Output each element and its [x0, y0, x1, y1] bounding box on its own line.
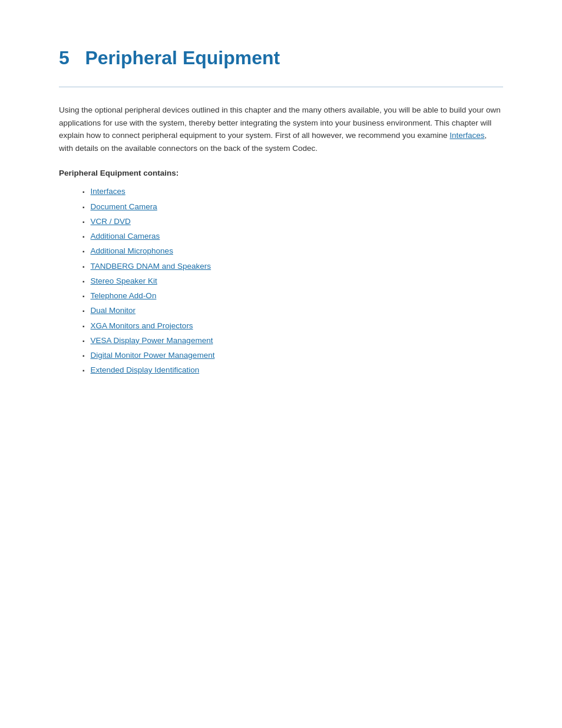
list-item-link-5[interactable]: Additional Microphones [91, 245, 173, 257]
list-item: Interfaces [82, 186, 503, 197]
list-item: Additional Microphones [82, 245, 503, 257]
list-item-link-12[interactable]: Digital Monitor Power Management [91, 350, 215, 361]
page-container: 5 Peripheral Equipment Using the optiona… [0, 0, 562, 427]
intro-text-before-link: Using the optional peripheral devices ou… [59, 106, 501, 140]
list-item: XGA Monitors and Projectors [82, 320, 503, 332]
list-item: VESA Display Power Management [82, 335, 503, 347]
list-item: Digital Monitor Power Management [82, 350, 503, 361]
chapter-title: 5 Peripheral Equipment [59, 47, 503, 69]
chapter-number: 5 [59, 47, 70, 68]
list-item-link-8[interactable]: Telephone Add-On [91, 290, 157, 302]
list-item-link-2[interactable]: Document Camera [91, 201, 157, 213]
contents-heading: Peripheral Equipment contains: [59, 169, 503, 177]
list-item-link-6[interactable]: TANDBERG DNAM and Speakers [91, 261, 211, 272]
list-item: Stereo Speaker Kit [82, 275, 503, 287]
list-item-link-9[interactable]: Dual Monitor [91, 305, 136, 317]
list-item: Dual Monitor [82, 305, 503, 317]
intro-interfaces-link[interactable]: Interfaces [449, 131, 484, 140]
list-item-link-3[interactable]: VCR / DVD [91, 216, 131, 228]
intro-paragraph: Using the optional peripheral devices ou… [59, 104, 503, 154]
list-item-link-11[interactable]: VESA Display Power Management [91, 335, 213, 347]
list-item-link-7[interactable]: Stereo Speaker Kit [91, 275, 157, 287]
list-item: Additional Cameras [82, 230, 503, 242]
list-item: Document Camera [82, 201, 503, 213]
list-item-link-10[interactable]: XGA Monitors and Projectors [91, 320, 193, 332]
list-item-link-4[interactable]: Additional Cameras [91, 230, 160, 242]
list-item: Extended Display Identification [82, 364, 503, 376]
contents-list: InterfacesDocument CameraVCR / DVDAdditi… [59, 186, 503, 376]
list-item: Telephone Add-On [82, 290, 503, 302]
section-divider [59, 87, 503, 87]
list-item-link-1[interactable]: Interfaces [91, 186, 125, 197]
list-item: TANDBERG DNAM and Speakers [82, 261, 503, 272]
list-item-link-13[interactable]: Extended Display Identification [91, 364, 200, 376]
list-item: VCR / DVD [82, 216, 503, 228]
chapter-heading-text: Peripheral Equipment [85, 47, 280, 68]
